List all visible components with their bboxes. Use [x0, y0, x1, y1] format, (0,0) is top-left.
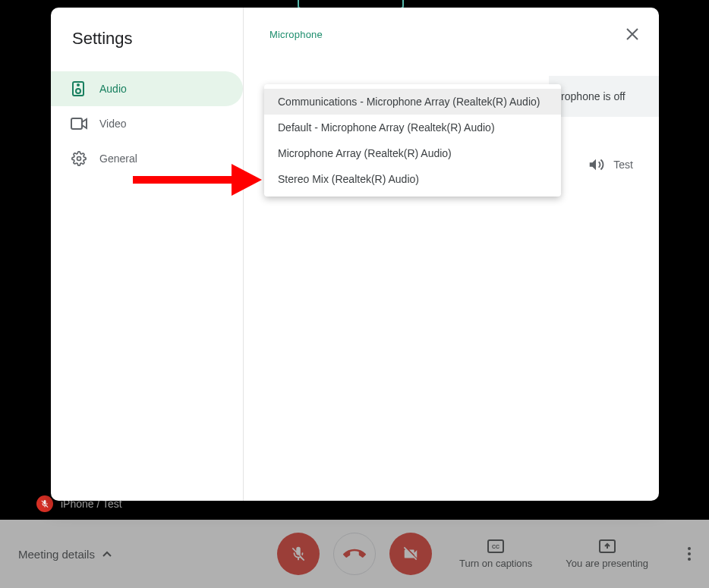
right-toolbar: CC Turn on captions You are presenting	[459, 539, 697, 569]
svg-text:CC: CC	[492, 544, 499, 549]
microphone-off-text: icrophone is off	[553, 90, 625, 102]
settings-dialog: Settings Audio Video	[51, 8, 659, 501]
svg-point-4	[77, 157, 81, 161]
captions-button[interactable]: CC Turn on captions	[459, 539, 532, 569]
hangup-button[interactable]	[333, 533, 376, 575]
meeting-details-button[interactable]: Meeting details	[0, 548, 112, 561]
test-label: Test	[613, 159, 633, 171]
svg-point-2	[77, 84, 79, 86]
mute-mic-button[interactable]	[277, 533, 320, 575]
microphone-option[interactable]: Microphone Array (Realtek(R) Audio)	[264, 140, 561, 166]
microphone-off-banner: icrophone is off	[549, 76, 659, 117]
sidebar-item-label: General	[99, 153, 137, 165]
speaker-icon	[71, 80, 87, 97]
chevron-up-icon	[102, 551, 112, 557]
present-button[interactable]: You are presenting	[566, 539, 648, 569]
settings-sidebar: Settings Audio Video	[51, 8, 244, 501]
captions-label: Turn on captions	[459, 558, 532, 569]
sidebar-item-label: Audio	[99, 83, 127, 95]
gear-icon	[71, 150, 87, 167]
captions-icon: CC	[487, 539, 504, 553]
sidebar-item-general[interactable]: General	[51, 141, 243, 176]
call-controls	[277, 533, 432, 575]
camera-off-button[interactable]	[389, 533, 432, 575]
microphone-option[interactable]: Default - Microphone Array (Realtek(R) A…	[264, 115, 561, 140]
microphone-option[interactable]: Communications - Microphone Array (Realt…	[264, 89, 561, 115]
more-options-button[interactable]	[682, 541, 697, 567]
svg-rect-3	[71, 118, 82, 129]
bottom-toolbar: Meeting details	[0, 520, 709, 588]
svg-point-1	[76, 89, 80, 93]
sidebar-item-video[interactable]: Video	[51, 106, 243, 141]
close-button[interactable]	[621, 23, 644, 46]
microphone-section-label: Microphone	[265, 29, 641, 40]
microphone-option[interactable]: Stereo Mix (Realtek(R) Audio)	[264, 166, 561, 192]
present-label: You are presenting	[566, 558, 648, 569]
sidebar-item-audio[interactable]: Audio	[51, 71, 243, 106]
meeting-details-label: Meeting details	[18, 548, 95, 561]
video-camera-icon	[71, 115, 87, 132]
volume-icon	[588, 156, 604, 173]
settings-content: Microphone icrophone is off Test	[244, 8, 659, 501]
microphone-dropdown: Communications - Microphone Array (Realt…	[264, 84, 561, 197]
speaker-test-button[interactable]: Test	[588, 156, 633, 173]
sidebar-item-label: Video	[99, 118, 127, 130]
settings-title: Settings	[51, 29, 243, 71]
present-screen-icon	[599, 539, 616, 553]
